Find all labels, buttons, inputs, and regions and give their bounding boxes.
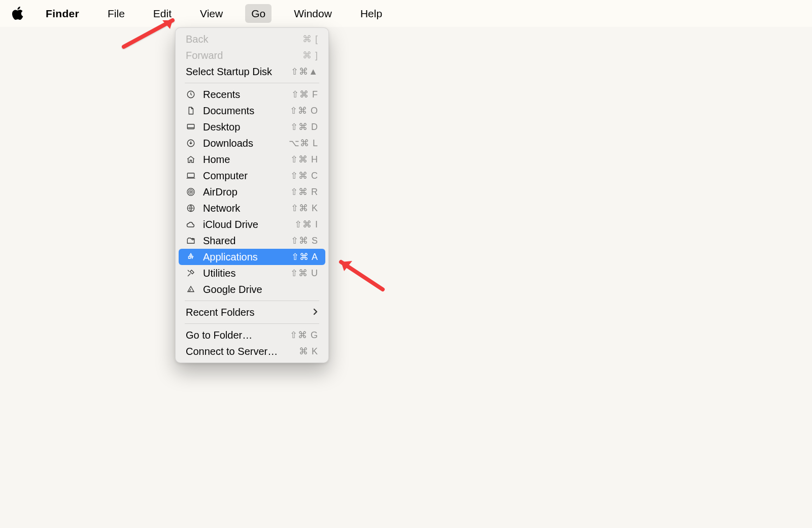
menu-separator: [185, 323, 319, 324]
svg-point-8: [192, 238, 193, 240]
menu-shortcut: ⇧⌘ C: [290, 170, 318, 181]
menu-shortcut: ⇧⌘ S: [291, 235, 318, 246]
menu-label: Go to Folder…: [186, 330, 283, 340]
apple-logo-icon[interactable]: [11, 6, 23, 20]
menubar-item-go[interactable]: Go: [245, 4, 272, 23]
menu-item-utilities[interactable]: Utilities ⇧⌘ U: [179, 265, 325, 281]
menu-item-home[interactable]: Home ⇧⌘ H: [179, 151, 325, 168]
menu-label: Recent Folders: [186, 307, 306, 317]
menu-item-go-to-folder[interactable]: Go to Folder… ⇧⌘ G: [179, 327, 325, 343]
menu-label: Back: [186, 34, 295, 44]
menu-label: Downloads: [203, 138, 282, 148]
menu-shortcut: ⇧⌘ K: [291, 203, 318, 214]
menu-item-airdrop[interactable]: AirDrop ⇧⌘ R: [179, 184, 325, 200]
computer-icon: [186, 171, 196, 180]
chevron-right-icon: [313, 307, 318, 318]
menu-label: Forward: [186, 50, 295, 60]
svg-point-5: [189, 190, 193, 194]
menu-separator: [185, 301, 319, 301]
menu-shortcut: ⇧⌘ O: [290, 105, 318, 116]
menu-item-recents[interactable]: Recents ⇧⌘ F: [179, 86, 325, 103]
menu-shortcut: ⇧⌘ F: [291, 89, 318, 100]
menu-label: Connect to Server…: [186, 346, 292, 356]
go-menu: Back ⌘ [ Forward ⌘ ] Select Startup Disk…: [175, 27, 329, 363]
menu-item-shared[interactable]: Shared ⇧⌘ S: [179, 233, 325, 249]
menu-shortcut: ⇧⌘ D: [290, 121, 318, 133]
menu-shortcut: ⇧⌘ U: [290, 268, 318, 279]
annotation-arrow-go: [120, 16, 186, 52]
airdrop-icon: [186, 187, 196, 196]
menubar-item-help[interactable]: Help: [354, 4, 388, 23]
menu-label: Recents: [203, 89, 284, 100]
menu-label: Google Drive: [203, 284, 311, 294]
menu-label: Documents: [203, 106, 283, 116]
menu-label: iCloud Drive: [203, 219, 287, 229]
cloud-icon: [186, 220, 196, 229]
menu-item-select-startup-disk[interactable]: Select Startup Disk ⇧⌘▲: [179, 63, 325, 80]
gdrive-icon: [186, 285, 196, 294]
shared-icon: [186, 236, 196, 245]
menu-shortcut: ⌘ ]: [302, 50, 318, 61]
download-icon: [186, 139, 196, 148]
menu-item-computer[interactable]: Computer ⇧⌘ C: [179, 168, 325, 184]
menu-item-back: Back ⌘ [: [179, 31, 325, 47]
clock-icon: [186, 90, 196, 99]
home-icon: [186, 155, 196, 164]
menu-shortcut: ⌥⌘ L: [289, 138, 318, 149]
menu-shortcut: ⇧⌘ H: [290, 154, 318, 165]
network-icon: [186, 204, 196, 213]
svg-rect-1: [187, 124, 194, 129]
menu-label: Computer: [203, 171, 283, 181]
menu-label: Utilities: [203, 268, 283, 278]
menu-shortcut: ⇧⌘ G: [290, 329, 318, 341]
utilities-icon: [186, 269, 196, 278]
menu-label: Select Startup Disk: [186, 67, 284, 77]
menu-item-recent-folders[interactable]: Recent Folders: [179, 304, 325, 320]
menu-shortcut: ⇧⌘ I: [294, 219, 318, 230]
menu-shortcut: ⇧⌘▲: [291, 66, 318, 77]
menu-item-downloads[interactable]: Downloads ⌥⌘ L: [179, 135, 325, 151]
menu-label: AirDrop: [203, 187, 283, 197]
menubar-app-name[interactable]: Finder: [40, 4, 85, 23]
svg-rect-3: [187, 173, 194, 177]
menu-separator: [185, 83, 319, 83]
menu-shortcut: ⇧⌘ R: [290, 186, 318, 197]
svg-point-4: [190, 191, 192, 193]
menu-label: Network: [203, 203, 284, 213]
menu-item-forward: Forward ⌘ ]: [179, 47, 325, 63]
menu-label: Shared: [203, 236, 284, 246]
annotation-arrow-applications: [332, 254, 388, 294]
menu-item-google-drive[interactable]: Google Drive: [179, 281, 325, 298]
desktop-icon: [186, 122, 196, 131]
apps-icon: [186, 252, 196, 261]
menubar-item-view[interactable]: View: [194, 4, 229, 23]
menu-label: Home: [203, 154, 283, 164]
menu-item-icloud[interactable]: iCloud Drive ⇧⌘ I: [179, 216, 325, 233]
document-icon: [186, 106, 196, 115]
menu-shortcut: ⌘ [: [302, 34, 318, 45]
menu-label: Applications: [203, 252, 284, 262]
menu-shortcut: ⌘ K: [299, 346, 318, 357]
menu-shortcut: ⇧⌘ A: [291, 251, 318, 262]
menu-item-desktop[interactable]: Desktop ⇧⌘ D: [179, 119, 325, 135]
menu-item-documents[interactable]: Documents ⇧⌘ O: [179, 103, 325, 119]
menu-item-applications[interactable]: Applications ⇧⌘ A: [179, 249, 325, 265]
menu-item-connect-to-server[interactable]: Connect to Server… ⌘ K: [179, 343, 325, 359]
menu-label: Desktop: [203, 122, 283, 132]
menu-item-network[interactable]: Network ⇧⌘ K: [179, 200, 325, 216]
menubar-item-window[interactable]: Window: [288, 4, 338, 23]
